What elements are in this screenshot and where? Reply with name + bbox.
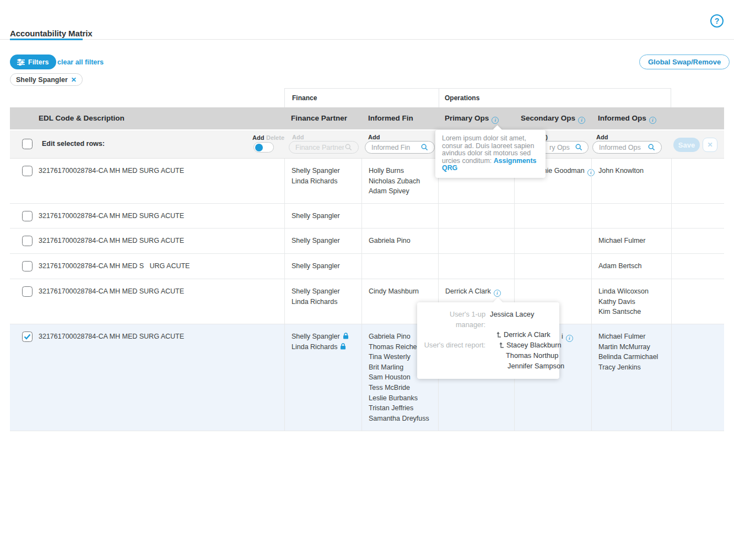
group-divider [439,89,439,107]
informed-ops-cell: John Knowlton [591,159,671,203]
group-header-operations: Operations [445,94,479,102]
finance-partner-cell: Shelly SpanglerLinda Richards [284,324,361,431]
person-name: Leslie Burbanks [369,393,431,404]
secondary-ops-cell [514,204,591,228]
person-name: Nicholas Zubach [369,176,431,187]
person-name: Linda Richards [292,342,355,352]
informed-ops-add-label: Add [596,134,608,140]
toggle-add-label: Add [252,134,264,141]
global-swap-remove-button[interactable]: Global Swap/Remove [639,55,730,69]
person-name: Shelly Spangler [292,261,355,271]
clear-all-filters-link[interactable]: clear all filters [57,58,104,66]
informed-ops-cell: Michael FulmerMartin McMurrayBelinda Car… [591,324,671,431]
primary-ops-cell [438,229,514,253]
chip-close-icon[interactable]: ✕ [71,76,77,84]
person-name: Shelly Spangler [292,286,355,297]
report-name: Jennifer Sampson [485,361,564,372]
add-delete-toggle[interactable] [253,142,274,153]
table-row: 321761700028784-CA MH MED SURG ACUTEShel… [10,229,724,254]
toggle-knob [255,144,263,151]
edl-code-cell: 321761700028784-CA MH MED SURG ACUTE [10,279,284,324]
level-up-icon [496,331,501,338]
oneup-manager-label: User's 1-up manager: [424,309,485,330]
person-name: Michael Fulmer [598,236,665,246]
person-name: Martin McMurray [598,342,665,352]
lock-icon [343,333,349,339]
informed-fin-cell: Gabriela Pino [361,229,438,253]
lock-icon [340,343,346,350]
secondary-ops-cell [514,254,591,279]
finance-partner-cell: Shelly Spangler [284,254,361,279]
person-name: Adam Bertsch [598,261,665,271]
person-name: Linda Richards [292,176,355,187]
table-header-row: EDL Code & Description Finance Partner I… [10,107,724,131]
filter-chip-label: Shelly Spangler [16,76,68,84]
informed-ops-cell: Adam Bertsch [591,254,671,279]
actions-cell [671,279,724,324]
finance-partner-cell: Shelly Spangler [284,204,361,228]
filters-button[interactable]: Filters [10,55,56,69]
person-name: Samantha Dreyfuss [369,414,431,424]
person-name: Adam Spivey [369,186,431,197]
person-name: Shelly Spangler [292,211,355,221]
finance-partner-cell: Shelly SpanglerLinda Richards [284,279,361,324]
person-name: Tess McBride [369,383,431,393]
secondary-ops-input[interactable] [539,141,589,154]
person-name: Linda Richards [292,297,355,307]
person-name: Shelly Spangler [292,236,355,246]
person-info-icon[interactable]: i [566,335,573,342]
secondary-ops-info-icon[interactable]: i [578,117,585,124]
informed-ops-input[interactable] [592,141,662,154]
title-active-underline [10,39,83,40]
help-icon[interactable]: ? [710,14,724,28]
table-row: 321761700028784-CA MH MED SURG ACUTEShel… [10,159,724,204]
edit-rows-checkbox[interactable] [22,139,33,149]
finance-partner-add-label: Add [292,134,304,140]
informed-fin-input[interactable] [365,141,435,154]
informed-ops-cell: Michael Fulmer [591,229,671,253]
accountability-matrix-table: Finance Operations EDL Code & Descriptio… [10,88,724,431]
actions-cell [671,159,724,203]
save-button[interactable]: Save [673,138,700,152]
primary-ops-info-icon[interactable]: i [492,117,499,124]
finance-partner-input[interactable] [289,141,359,154]
secondary-ops-cell [514,229,591,253]
person-name: Michael Fulmer [598,331,665,342]
primary-ops-cell [438,254,514,279]
col-header-primary-ops: Primary Opsi [445,114,499,124]
edit-selected-rows-bar: Edit selected rows: Add Delete Add Add t… [10,131,724,159]
direct-report-label: User's direct report: [424,340,485,351]
close-edit-button[interactable]: ✕ [703,138,717,152]
col-header-finance-partner: Finance Partner [291,114,347,122]
informed-ops-info-icon[interactable]: i [649,117,656,124]
col-header-edl: EDL Code & Description [39,114,125,122]
page-title: Accountability Matrix [10,29,93,38]
table-row: 321761700028784-CA MH MED SURG ACUTEShel… [10,204,724,229]
edl-code-cell: 321761700028784-CA MH MED SURG ACUTE [10,204,284,228]
person-name: Gabriela Pino [369,236,431,246]
title-divider [0,39,734,40]
primary-ops-info-tooltip: Lorem ipsum dolor sit amet, consur ad. D… [435,130,546,178]
group-header-finance: Finance [292,94,317,102]
report-name: Stacey Blackburn [485,340,562,351]
person-name: Tristan Jeffries [369,403,431,414]
informed-fin-add-label: Add [368,134,380,140]
person-name: Shelly Spangler [292,331,355,342]
col-header-informed-fin: Informed Fin [368,114,413,122]
manager-hierarchy-tooltip: User's 1-up manager: Jessica Lacey Derri… [417,302,559,379]
person-info-icon[interactable]: i [494,290,501,297]
person-name: Kim Santsche [598,307,665,317]
filter-chip-shelly-spangler[interactable]: Shelly Spangler ✕ [10,73,83,86]
person-name: John Knowlton [598,166,665,176]
column-group-header: Finance Operations [284,88,671,107]
person-name: Linda Wilcoxson [598,286,665,297]
table-row: 321761700028784-CA MH MED SURG ACUTEShel… [10,324,724,431]
person-name: ii [562,331,585,342]
col-header-secondary-ops: Secondary Opsi [521,114,585,124]
informed-fin-cell [361,254,438,279]
informed-ops-cell [591,204,671,228]
filter-icon [17,59,25,66]
informed-fin-cell: Holly BurnsNicholas ZubachAdam Spivey [361,159,438,203]
actions-cell [671,204,724,228]
person-name: Belinda Carmichael [598,352,665,362]
